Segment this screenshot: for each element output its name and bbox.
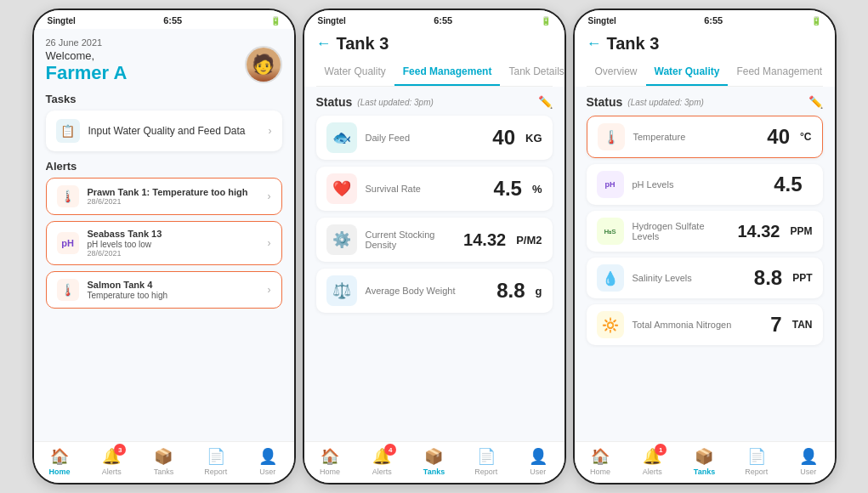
nav2-report[interactable]: 📄 Report xyxy=(466,447,507,476)
battery3: 🔋 xyxy=(811,16,821,26)
back-arrow3[interactable]: ← xyxy=(587,35,602,53)
chevron-icon: › xyxy=(269,125,272,137)
alert-content-3: Salmon Tank 4 Temperature too high xyxy=(88,280,259,300)
feed-label-3: Average Body Weight xyxy=(366,286,489,296)
back-title-row3: ← Tank 3 xyxy=(587,34,823,54)
wq-label-ammonia: Total Ammonia Nitrogen xyxy=(633,320,763,330)
home-icon: 🏠 xyxy=(50,447,69,466)
nav2-user[interactable]: 👤 User xyxy=(518,447,559,476)
nav3-user[interactable]: 👤 User xyxy=(788,447,829,476)
phone3: Singtel 6:55 🔋 ← Tank 3 Overview Water Q… xyxy=(573,8,837,484)
phone1-status-bar: Singtel 6:55 🔋 xyxy=(34,10,294,29)
nav3-tanks[interactable]: 📦 Tanks xyxy=(684,447,724,476)
nav-home[interactable]: 🏠 Home xyxy=(39,447,80,476)
alert-chevron-1: › xyxy=(268,190,271,202)
alert-card-1[interactable]: 🌡️ Prawn Tank 1: Temperature too high 28… xyxy=(46,178,282,215)
tasks-section-title: Tasks xyxy=(46,93,282,105)
phones-container: Singtel 6:55 🔋 26 June 2021 Welcome, Far… xyxy=(24,0,845,493)
wq-unit-ammonia: TAN xyxy=(792,319,813,331)
edit-icon3[interactable]: ✏️ xyxy=(808,95,823,109)
tank-title2: Tank 3 xyxy=(337,34,389,54)
alert-icon-3: 🌡️ xyxy=(57,279,79,301)
wq-row-ph: pH pH Levels 4.5 xyxy=(587,164,823,205)
phone1-bottom-nav: 🏠 Home 🔔3 Alerts 📦 Tanks 📄 Report 👤 User xyxy=(34,441,294,483)
nav-user[interactable]: 👤 User xyxy=(247,447,288,476)
wq-row-temperature: 🌡️ Temperature 40 °C xyxy=(587,116,823,158)
tab-feed-management2[interactable]: Feed Management xyxy=(394,60,501,86)
alerts2-label: Alerts xyxy=(372,468,392,476)
feed-row-2: ⚙️ Current Stocking Density 14.32 P/M2 xyxy=(316,218,553,262)
home2-label: Home xyxy=(320,468,340,476)
carrier3: Singtel xyxy=(588,16,616,26)
time2: 6:55 xyxy=(434,15,452,26)
alert-icon-2: pH xyxy=(57,232,79,254)
feed-row-3: ⚖️ Average Body Weight 8.8 g xyxy=(316,269,553,313)
alerts3-label: Alerts xyxy=(643,468,662,476)
alert-card-3[interactable]: 🌡️ Salmon Tank 4 Temperature too high › xyxy=(46,271,282,309)
feed-label-1: Survival Rate xyxy=(366,184,485,194)
wq-icon-ph: pH xyxy=(597,171,624,198)
phone3-header: ← Tank 3 Overview Water Quality Feed Man… xyxy=(575,29,835,87)
back-arrow2[interactable]: ← xyxy=(316,35,332,53)
home3-label: Home xyxy=(590,468,610,476)
feed-unit-3: g xyxy=(536,285,542,298)
wq-icon-temperature: 🌡️ xyxy=(598,123,625,150)
user2-icon: 👤 xyxy=(529,447,547,466)
tanks3-label: Tanks xyxy=(694,468,715,476)
status-title2: Status (Last updated: 3pm) ✏️ xyxy=(316,95,553,109)
wq-row-salinity: 💧 Salinity Levels 8.8 PPT xyxy=(587,258,823,298)
report-label: Report xyxy=(204,468,227,476)
alerts2-badge: 4 xyxy=(384,444,396,456)
tab-overview3[interactable]: Overview xyxy=(587,60,646,86)
nav3-report[interactable]: 📄 Report xyxy=(736,447,777,476)
wq-label-h2s: Hydrogen Sulfate Levels xyxy=(633,221,729,241)
nav-tanks[interactable]: 📦 Tanks xyxy=(143,447,184,476)
feed-value-3: 8.8 xyxy=(496,279,525,303)
tab-water-quality2[interactable]: Water Quality xyxy=(316,60,394,86)
tanks2-icon: 📦 xyxy=(424,447,443,466)
wq-icon-h2s: H₂S xyxy=(597,218,624,245)
status-label2: Status xyxy=(316,95,353,109)
wq-value-h2s: 14.32 xyxy=(737,222,780,241)
nav3-home[interactable]: 🏠 Home xyxy=(580,447,621,476)
phone1-content: 26 June 2021 Welcome, Farmer A 🧑 Tasks 📋… xyxy=(34,29,294,441)
nav-report[interactable]: 📄 Report xyxy=(196,447,236,476)
alert-subtitle-2: pH levels too low xyxy=(88,240,259,249)
alert-icon-1: 🌡️ xyxy=(57,185,79,207)
phone3-body: Status (Last updated: 3pm) ✏️ 🌡️ Tempera… xyxy=(575,87,835,441)
tab-water-quality3[interactable]: Water Quality xyxy=(646,60,729,86)
wq-unit-salinity: PPT xyxy=(792,272,812,284)
tab-tank-details2[interactable]: Tank Details xyxy=(500,60,565,86)
tab-feed-management3[interactable]: Feed Management xyxy=(728,60,831,86)
edit-icon2[interactable]: ✏️ xyxy=(538,95,553,109)
report3-icon: 📄 xyxy=(747,447,766,466)
avatar: 🧑 xyxy=(245,46,282,83)
report2-icon: 📄 xyxy=(477,447,496,466)
tabs-row2: Water Quality Feed Management Tank Detai… xyxy=(316,60,553,87)
nav-alerts[interactable]: 🔔3 Alerts xyxy=(91,447,132,476)
wq-row-h2s: H₂S Hydrogen Sulfate Levels 14.32 PPM xyxy=(587,211,823,252)
phone3-bottom-nav: 🏠 Home 🔔1 Alerts 📦 Tanks 📄 Report 👤 User xyxy=(575,441,835,483)
phone2-body: Status (Last updated: 3pm) ✏️ 🐟 Daily Fe… xyxy=(304,87,564,441)
task-card[interactable]: 📋 Input Water Quality and Feed Data › xyxy=(46,110,282,151)
nav2-tanks[interactable]: 📦 Tanks xyxy=(413,447,454,476)
feed-unit-1: % xyxy=(532,183,542,196)
tanks2-label: Tanks xyxy=(423,468,445,476)
feed-icon-2: ⚙️ xyxy=(326,224,357,255)
report2-label: Report xyxy=(474,468,497,476)
nav2-alerts[interactable]: 🔔4 Alerts xyxy=(361,447,402,476)
nav3-alerts[interactable]: 🔔1 Alerts xyxy=(632,447,672,476)
alert-card-2[interactable]: pH Seabass Tank 13 pH levels too low 28/… xyxy=(46,221,282,265)
wq-icon-ammonia: 🔆 xyxy=(597,311,624,338)
alerts3-badge: 1 xyxy=(655,444,667,456)
feed-icon-3: ⚖️ xyxy=(326,275,357,306)
alerts2-icon: 🔔4 xyxy=(372,447,391,466)
user2-label: User xyxy=(530,468,546,476)
nav2-home[interactable]: 🏠 Home xyxy=(309,447,350,476)
wq-label-ph: pH Levels xyxy=(633,179,766,190)
wq-unit-temperature: °C xyxy=(800,131,811,143)
carrier1: Singtel xyxy=(48,16,76,26)
alerts3-icon: 🔔1 xyxy=(643,447,661,466)
tanks-icon: 📦 xyxy=(154,447,173,466)
wq-label-temperature: Temperature xyxy=(633,132,759,142)
